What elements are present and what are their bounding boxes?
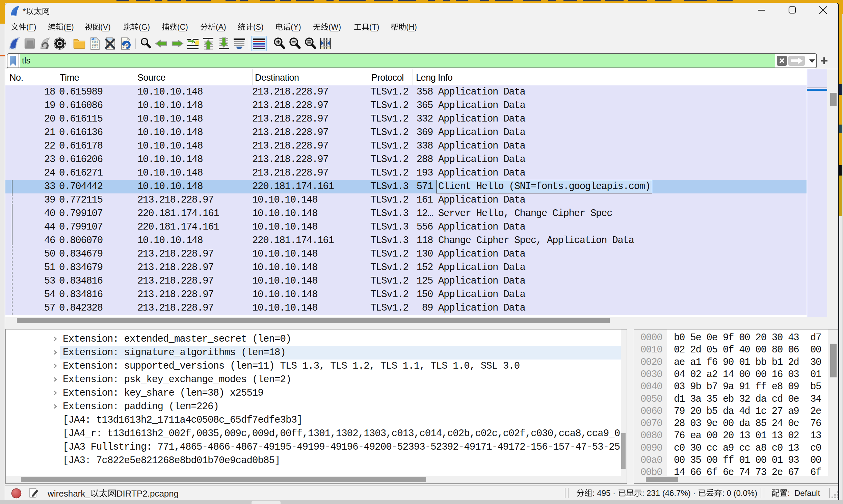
svg-text:0101: 0101	[92, 41, 98, 43]
svg-text:0111: 0111	[92, 46, 98, 49]
svg-text:0110: 0110	[92, 43, 98, 46]
